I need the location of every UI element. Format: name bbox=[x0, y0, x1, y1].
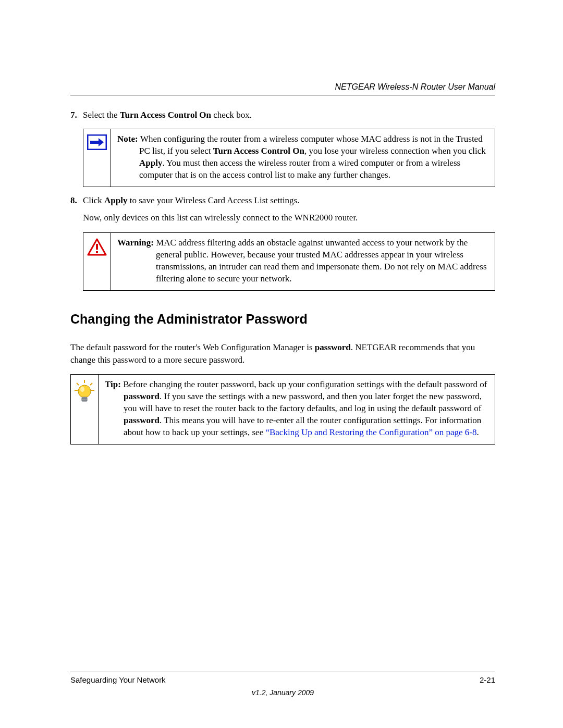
footer-page-number: 2-21 bbox=[480, 675, 495, 684]
step-8-followup: Now, only devices on this list can wirel… bbox=[83, 212, 495, 224]
step-number: 7. bbox=[70, 109, 83, 121]
note-callout: Note: When configuring the router from a… bbox=[83, 129, 495, 187]
header-title: NETGEAR Wireless-N Router User Manual bbox=[335, 82, 495, 91]
tip-icon-cell bbox=[71, 375, 99, 444]
footer-section-name: Safeguarding Your Network bbox=[70, 675, 166, 684]
note-body: Note: When configuring the router from a… bbox=[111, 129, 495, 187]
step-number: 8. bbox=[70, 194, 83, 207]
step-8: 8. Click Apply to save your Wireless Car… bbox=[70, 194, 495, 207]
step-7: 7. Select the Turn Access Control On che… bbox=[70, 109, 495, 121]
warning-body: Warning: MAC address filtering adds an o… bbox=[111, 233, 495, 290]
lightbulb-icon bbox=[74, 380, 95, 405]
svg-rect-1 bbox=[90, 141, 99, 144]
note-icon-cell bbox=[83, 129, 111, 187]
page-content: NETGEAR Wireless-N Router User Manual 7.… bbox=[0, 0, 563, 445]
tip-body: Tip: Before changing the router password… bbox=[99, 375, 495, 444]
svg-line-7 bbox=[77, 383, 79, 385]
svg-point-11 bbox=[78, 385, 91, 398]
tip-callout: Tip: Before changing the router password… bbox=[70, 374, 495, 445]
warning-label: Warning: bbox=[117, 238, 156, 248]
tip-label: Tip: bbox=[105, 379, 123, 389]
intro-paragraph: The default password for the router's We… bbox=[70, 341, 495, 366]
svg-line-8 bbox=[90, 383, 92, 385]
step-text: Click Apply to save your Wireless Card A… bbox=[83, 194, 495, 207]
warning-icon-cell bbox=[83, 233, 111, 290]
note-label: Note: bbox=[117, 134, 140, 144]
backup-link[interactable]: “Backing Up and Restoring the Configurat… bbox=[265, 427, 476, 437]
document-header: NETGEAR Wireless-N Router User Manual bbox=[70, 82, 495, 95]
svg-rect-4 bbox=[96, 244, 98, 250]
svg-point-12 bbox=[80, 387, 84, 392]
step-text: Select the Turn Access Control On check … bbox=[83, 109, 495, 121]
page-footer: Safeguarding Your Network 2-21 v1.2, Jan… bbox=[70, 672, 495, 697]
arrow-right-icon bbox=[87, 134, 107, 150]
svg-rect-5 bbox=[96, 251, 98, 253]
section-heading: Changing the Administrator Password bbox=[70, 312, 495, 327]
warning-callout: Warning: MAC address filtering adds an o… bbox=[83, 232, 495, 291]
footer-version: v1.2, January 2009 bbox=[70, 688, 495, 697]
svg-rect-13 bbox=[82, 397, 87, 401]
warning-triangle-icon bbox=[87, 238, 107, 256]
